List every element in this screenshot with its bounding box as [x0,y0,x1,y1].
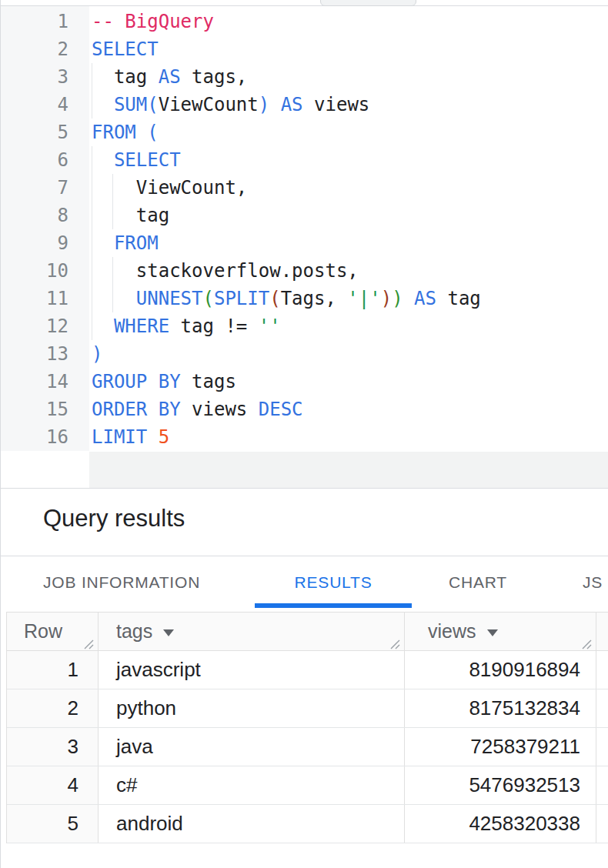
header-cell-tags: tags [99,613,405,650]
column-label: views [428,620,476,642]
code-text: ORDER BY views DESC [92,396,303,423]
line-number: 15 [1,396,68,423]
column-label: Row [24,620,62,642]
column-resize-icon[interactable] [83,637,94,648]
empty-cell [596,766,608,804]
code-text: UNNEST(SPLIT(Tags, '|')) AS tag [92,285,481,312]
code-line[interactable]: 9 FROM [1,229,608,257]
tags-cell: android [99,805,405,843]
row-number-cell: 3 [7,728,99,766]
line-number: 10 [1,257,68,285]
row-number-cell: 5 [7,805,99,843]
code-line[interactable]: 3 tag AS tags, [1,63,608,91]
tags-cell: java [99,728,405,766]
views-cell: 8190916894 [405,651,596,689]
line-number: 2 [1,35,68,63]
table-row: 1javascript8190916894 [7,651,608,689]
line-number: 11 [1,285,68,312]
header-cell-empty [596,613,608,650]
code-text: GROUP BY tags [92,368,236,396]
active-tab-underline [255,603,412,608]
line-number: 16 [1,423,68,451]
results-tabs: JOB INFORMATIONRESULTSCHARTJS [1,556,608,608]
line-number: 8 [1,202,68,229]
sql-editor[interactable]: 1-- BigQuery2SELECT3 tag AS tags,4 SUM(V… [1,6,608,488]
code-line[interactable]: 6 SELECT [1,146,608,174]
tab-job-information[interactable]: JOB INFORMATION [43,556,200,608]
column-resize-icon[interactable] [389,637,400,648]
code-text: ) [92,340,102,368]
code-line[interactable]: 8 tag [1,202,608,229]
table-row: 3java7258379211 [7,728,608,766]
line-number: 5 [1,119,68,146]
row-number-cell: 1 [7,651,99,689]
code-line[interactable]: 10 stackoverflow.posts, [1,257,608,285]
header-cell-row: Row [7,613,99,650]
column-menu-arrow-icon[interactable] [487,629,498,636]
table-row: 2python8175132834 [7,689,608,728]
empty-cell [596,651,608,689]
table-row: 5android4258320338 [7,805,608,843]
code-line[interactable]: 5FROM ( [1,119,608,146]
tab-results[interactable]: RESULTS [255,556,412,608]
table-header-row: Row tags views [7,613,608,651]
column-resize-icon[interactable] [581,637,592,648]
code-line[interactable]: 1-- BigQuery [1,8,608,35]
column-label: tags [116,620,152,642]
views-cell: 8175132834 [405,689,596,727]
code-line[interactable]: 16LIMIT 5 [1,423,608,451]
query-results-title: Query results [43,503,185,534]
line-number: 14 [1,368,68,396]
row-number-cell: 2 [7,689,99,727]
code-line[interactable]: 15ORDER BY views DESC [1,396,608,423]
scrollbar-handle[interactable] [320,0,416,6]
table-body: 1javascript81909168942python81751328343j… [7,651,608,843]
tab-chart[interactable]: CHART [449,556,507,608]
views-cell: 7258379211 [405,728,596,766]
bigquery-console: 1-- BigQuery2SELECT3 tag AS tags,4 SUM(V… [0,0,608,868]
section-divider [1,488,608,489]
views-cell: 5476932513 [405,766,596,804]
line-number: 4 [1,91,68,119]
code-line[interactable]: 7 ViewCount, [1,174,608,202]
code-line[interactable]: 12 WHERE tag != '' [1,312,608,340]
line-number: 3 [1,63,68,91]
code-text: LIMIT 5 [92,423,169,451]
code-text: tag [92,202,169,229]
line-number: 1 [1,8,68,35]
editor-scrollbar-track [89,452,608,488]
tags-cell: python [99,689,405,727]
empty-cell [596,689,608,727]
results-table: Row tags views 1javascript81909168942pyt… [6,612,608,843]
tags-cell: javascript [99,651,405,689]
table-row: 4c#5476932513 [7,766,608,805]
row-number-cell: 4 [7,766,99,804]
code-text: tag AS tags, [92,63,247,91]
code-text: SELECT [92,146,181,174]
code-line[interactable]: 13) [1,340,608,368]
code-text: -- BigQuery [92,8,214,35]
empty-cell [596,728,608,766]
code-line[interactable]: 2SELECT [1,35,608,63]
line-number: 12 [1,312,68,340]
column-menu-arrow-icon[interactable] [163,629,174,636]
line-number: 9 [1,229,68,257]
code-text: FROM ( [92,119,159,146]
code-text: FROM [92,229,159,257]
code-text: ViewCount, [92,174,247,202]
tab-js[interactable]: JS [583,556,603,608]
line-number: 7 [1,174,68,202]
code-text: SELECT [92,35,159,63]
empty-cell [596,805,608,843]
code-line[interactable]: 11 UNNEST(SPLIT(Tags, '|')) AS tag [1,285,608,312]
code-text: stackoverflow.posts, [92,257,359,285]
code-text: SUM(ViewCount) AS views [92,91,369,119]
code-text: WHERE tag != '' [92,312,281,340]
header-cell-views: views [405,613,596,650]
tags-cell: c# [99,766,405,804]
line-number: 13 [1,340,68,368]
line-number: 6 [1,146,68,174]
views-cell: 4258320338 [405,805,596,843]
code-line[interactable]: 14GROUP BY tags [1,368,608,396]
code-line[interactable]: 4 SUM(ViewCount) AS views [1,91,608,119]
